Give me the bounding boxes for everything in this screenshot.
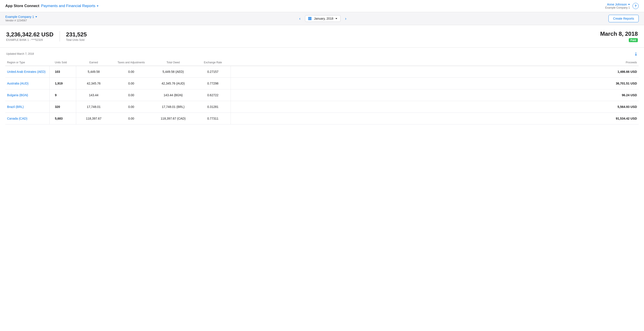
table-header-row: Region or Type Units Sold Earned Taxes a…: [5, 59, 639, 66]
region-name[interactable]: United Arab Emirates (AED): [5, 66, 50, 78]
exchange-rate: 0.77311: [195, 113, 230, 124]
total-owed: 118,397.67 (CAD): [151, 113, 195, 124]
date-chevron-icon: [336, 18, 337, 19]
user-info: Anne Johnson Example Company 1: [605, 3, 630, 9]
total-units: 231,525: [66, 31, 87, 38]
taxes: 0.00: [111, 78, 151, 89]
table-row: Australia (AUD) 1,919 42,345.76 0.00 42,…: [5, 78, 639, 89]
date-navigation: ‹ January, 2018 ›: [298, 15, 348, 22]
units-sold: 320: [50, 101, 76, 113]
paid-badge: Paid: [629, 38, 638, 42]
download-icon[interactable]: ⤓: [634, 51, 638, 56]
units-sold: 5,683: [50, 113, 76, 124]
summary-units-block: 231,525 Total Units Sold: [60, 31, 87, 41]
units-sold: 103: [50, 66, 76, 78]
col-exchange-rate: Exchange Rate: [195, 59, 230, 66]
sub-nav-left: Example Company 1 Vendor # 1234567: [5, 15, 37, 22]
table-row: United Arab Emirates (AED) 103 5,449.58 …: [5, 66, 639, 78]
proceeds: 1,486.66 USD: [230, 66, 639, 78]
proceeds: 36,701.51 USD: [230, 78, 639, 89]
total-owed: 5,449.58 (AED): [151, 66, 195, 78]
create-reports-button[interactable]: Create Reports: [608, 15, 639, 22]
updated-timestamp: Updated March 7, 2018: [6, 52, 34, 55]
help-button[interactable]: ?: [632, 3, 639, 9]
units-sold: 1,919: [50, 78, 76, 89]
col-earned: Earned: [76, 59, 111, 66]
date-picker[interactable]: January, 2018: [305, 15, 341, 22]
exchange-rate: 0.62722: [195, 89, 230, 101]
user-company: Example Company 1: [605, 6, 630, 9]
financial-table: Region or Type Units Sold Earned Taxes a…: [5, 59, 639, 124]
taxes: 0.00: [111, 89, 151, 101]
sub-nav: Example Company 1 Vendor # 1234567 ‹ Jan…: [0, 12, 644, 25]
col-units-sold: Units Sold: [50, 59, 76, 66]
units-sold: 9: [50, 89, 76, 101]
top-nav-right: Anne Johnson Example Company 1 ?: [605, 3, 639, 9]
top-nav: App Store Connect Payments and Financial…: [0, 0, 644, 12]
chevron-down-icon: [97, 5, 98, 6]
table-row: Brazil (BRL) 320 17,748.01 0.00 17,748.0…: [5, 101, 639, 113]
taxes: 0.00: [111, 66, 151, 78]
company-selector[interactable]: Example Company 1: [5, 15, 37, 18]
taxes: 0.00: [111, 101, 151, 113]
table-row: Bulgaria (BGN) 9 143.44 0.00 143.44 (BGN…: [5, 89, 639, 101]
summary-section: 3,236,342.62 USD EXAMPLE BANK 1 - ****52…: [0, 25, 644, 48]
total-owed: 143.44 (BGN): [151, 89, 195, 101]
col-region: Region or Type: [5, 59, 50, 66]
section-title[interactable]: Payments and Financial Reports: [41, 4, 98, 8]
total-amount: 3,236,342.62 USD: [6, 31, 54, 38]
proceeds: 91,534.42 USD: [230, 113, 639, 124]
proceeds: 5,564.93 USD: [230, 101, 639, 113]
earned: 42,345.76: [76, 78, 111, 89]
earned: 17,748.01: [76, 101, 111, 113]
col-proceeds: Proceeds: [230, 59, 639, 66]
col-taxes: Taxes and Adjustments: [111, 59, 151, 66]
total-owed: 17,748.01 (BRL): [151, 101, 195, 113]
selected-date: January, 2018: [314, 17, 334, 20]
table-section: Updated March 7, 2018 ⤓ Region or Type U…: [0, 48, 644, 124]
prev-month-button[interactable]: ‹: [298, 15, 302, 22]
top-nav-left: App Store Connect Payments and Financial…: [5, 4, 98, 8]
proceeds: 96.24 USD: [230, 89, 639, 101]
app-name: App Store Connect: [5, 4, 39, 8]
summary-right: March 8, 2018 Paid: [600, 30, 638, 42]
exchange-rate: 0.77298: [195, 78, 230, 89]
table-row: Canada (CAD) 5,683 118,397.67 0.00 118,3…: [5, 113, 639, 124]
vendor-number: Vendor # 1234567: [5, 19, 37, 22]
taxes: 0.00: [111, 113, 151, 124]
user-chevron-icon: [628, 4, 630, 5]
exchange-rate: 0.27157: [195, 66, 230, 78]
next-month-button[interactable]: ›: [343, 15, 348, 22]
summary-amount-block: 3,236,342.62 USD EXAMPLE BANK 1 - ****52…: [6, 31, 60, 41]
earned: 143.44: [76, 89, 111, 101]
company-chevron-icon: [35, 16, 37, 17]
col-total-owed: Total Owed: [151, 59, 195, 66]
bank-info: EXAMPLE BANK 1 - ****52329: [6, 38, 54, 41]
user-name[interactable]: Anne Johnson: [605, 3, 630, 6]
units-label: Total Units Sold: [66, 38, 87, 41]
calendar-grid-icon: [308, 17, 312, 20]
total-owed: 42,345.76 (AUD): [151, 78, 195, 89]
region-name[interactable]: Australia (AUD): [5, 78, 50, 89]
region-name[interactable]: Bulgaria (BGN): [5, 89, 50, 101]
region-name[interactable]: Brazil (BRL): [5, 101, 50, 113]
earned: 5,449.58: [76, 66, 111, 78]
payment-date: March 8, 2018: [600, 30, 638, 37]
region-name[interactable]: Canada (CAD): [5, 113, 50, 124]
earned: 118,397.67: [76, 113, 111, 124]
table-meta: Updated March 7, 2018 ⤓: [5, 48, 639, 59]
summary-left: 3,236,342.62 USD EXAMPLE BANK 1 - ****52…: [6, 31, 87, 41]
exchange-rate: 0.31281: [195, 101, 230, 113]
